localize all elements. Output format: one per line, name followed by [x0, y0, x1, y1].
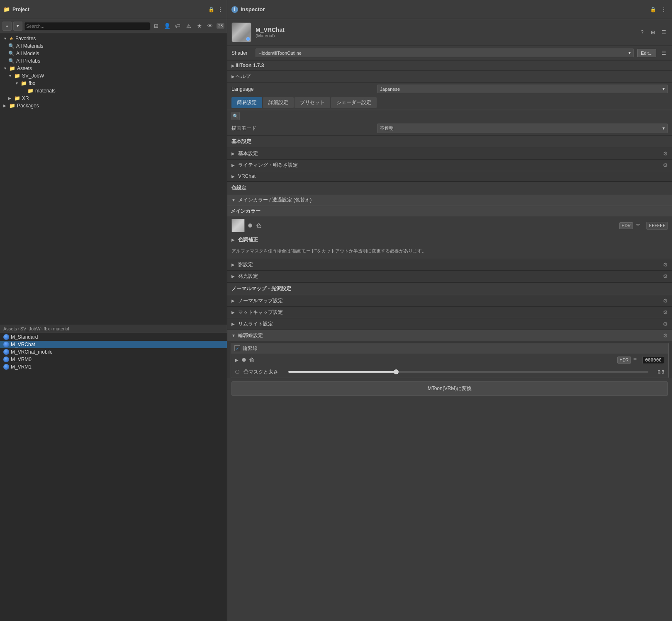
- file-m-vrchat[interactable]: M_VRChat: [0, 341, 227, 348]
- lock-icon[interactable]: 🔒: [208, 6, 214, 13]
- outline-header-row[interactable]: ▼ 輪郭線設定 ⚙: [227, 330, 672, 341]
- breadcrumb-sv-jobw[interactable]: SV_JobW: [20, 326, 41, 331]
- packages-folder-icon: 📁: [9, 103, 15, 109]
- add-dropdown-button[interactable]: ▾: [13, 22, 22, 31]
- person-icon[interactable]: 👤: [163, 22, 172, 31]
- tab-shader-settings[interactable]: シェーダー設定: [331, 97, 377, 108]
- rimlight-gear-icon[interactable]: ⚙: [663, 321, 668, 327]
- mattcap-row[interactable]: ▶ マットキャップ設定 ⚙: [227, 307, 672, 318]
- normal-map-gear-icon[interactable]: ⚙: [663, 298, 668, 304]
- file-m-vrm0[interactable]: M_VRM0: [0, 356, 227, 363]
- sv-jobw-item[interactable]: ▼ 📁 SV_JobW: [0, 72, 227, 80]
- eye-icon[interactable]: 👁: [206, 22, 215, 31]
- liltoon-header[interactable]: ▶ lilToon 1.7.3: [227, 61, 672, 71]
- basic-settings-row[interactable]: ▶ 基本設定 ⚙: [227, 148, 672, 159]
- fbx-item[interactable]: ▼ 📁 fbx: [0, 80, 227, 87]
- favorites-header[interactable]: ▼ ★ Favorites: [0, 35, 227, 42]
- edit-button[interactable]: Edit...: [637, 49, 656, 57]
- star-icon[interactable]: ★: [195, 22, 204, 31]
- lighting-gear-icon[interactable]: ⚙: [663, 162, 668, 168]
- basic-settings-gear-icon[interactable]: ⚙: [663, 150, 668, 157]
- help-row[interactable]: ▶ ヘルプ: [227, 71, 672, 82]
- materials-item[interactable]: ▶ 📁 materials: [0, 87, 227, 95]
- search-input[interactable]: [24, 22, 150, 30]
- warning-icon[interactable]: ⚠: [184, 22, 193, 31]
- file-m-vrchat-mobile[interactable]: M_VRChat_mobile: [0, 348, 227, 356]
- help-icon[interactable]: ?: [638, 28, 646, 36]
- tab-easy-settings[interactable]: 簡易設定: [231, 97, 262, 108]
- material-settings-icon[interactable]: ⊞: [649, 28, 657, 36]
- search-row: 🔍: [227, 110, 672, 122]
- packages-header[interactable]: ▶ 📁 Packages: [0, 102, 227, 109]
- xr-item[interactable]: ▶ 📁 XR: [0, 95, 227, 102]
- folder-view-icon[interactable]: ⊞: [152, 22, 161, 31]
- add-button[interactable]: +: [2, 22, 12, 31]
- rimlight-arrow: ▶: [231, 322, 236, 326]
- draw-mode-dropdown[interactable]: 不透明 ▾: [377, 124, 668, 133]
- color-settings-header: 色設定: [227, 182, 672, 194]
- inspector-more-icon[interactable]: ⋮: [660, 5, 668, 14]
- breadcrumb-assets[interactable]: Assets: [3, 326, 17, 331]
- shadow-gear-icon[interactable]: ⚙: [663, 262, 668, 268]
- more-options-icon[interactable]: ⋮: [217, 6, 224, 13]
- convert-button[interactable]: MToon(VRM)に変換: [231, 381, 668, 396]
- outline-picker-icon[interactable]: ✏: [633, 357, 640, 363]
- color-swatch[interactable]: [231, 219, 245, 232]
- mask-circle-icon: [235, 370, 239, 374]
- mattcap-gear-icon[interactable]: ⚙: [663, 309, 668, 315]
- lock-inspector-icon[interactable]: 🔒: [649, 5, 657, 14]
- breadcrumb-fbx[interactable]: fbx: [44, 326, 50, 331]
- mattcap-arrow: ▶: [231, 310, 236, 315]
- tab-preset[interactable]: プリセット: [295, 97, 330, 108]
- language-dropdown[interactable]: Japanese ▾: [377, 85, 668, 93]
- outline-gear-icon[interactable]: ⚙: [663, 332, 668, 339]
- material-header: M_VRChat (Material) ? ⊞ ☰: [227, 19, 672, 46]
- vrchat-row[interactable]: ▶ VRChat: [227, 171, 672, 181]
- main-color-header[interactable]: ▼ メインカラー / 透過設定 (色替え): [227, 194, 672, 206]
- assets-header[interactable]: ▼ 📁 Assets: [0, 65, 227, 72]
- all-materials-item[interactable]: 🔍 All Materials: [0, 42, 227, 50]
- emission-gear-icon[interactable]: ⚙: [663, 273, 668, 279]
- inspector-search-icon[interactable]: 🔍: [231, 112, 240, 120]
- file-list: M_Standard M_VRChat M_VRChat_mobile M_VR…: [0, 333, 227, 621]
- color-picker-icon[interactable]: ✏: [636, 222, 643, 229]
- xr-label: XR: [22, 95, 29, 101]
- tag-icon[interactable]: 🏷: [173, 22, 183, 31]
- inspector-header: i Inspector 🔒 ⋮: [227, 0, 672, 19]
- help-label: ヘルプ: [236, 73, 251, 80]
- material-more-icon[interactable]: ☰: [660, 28, 668, 36]
- outline-slider[interactable]: [288, 371, 648, 373]
- breadcrumb-materials[interactable]: material: [53, 326, 69, 331]
- main-color-section: ▼ メインカラー / 透過設定 (色替え) メインカラー 色: [227, 194, 672, 259]
- file-m-vrm1[interactable]: M_VRM1: [0, 363, 227, 371]
- outline-section: ▼ 輪郭線設定 ⚙ ✓ 輪郭線 ▶ 色 HDR: [227, 330, 672, 378]
- outline-slider-thumb[interactable]: [394, 369, 399, 374]
- m-vrchat-icon: [3, 342, 9, 347]
- language-label: Language: [231, 86, 374, 92]
- outline-hdr-button[interactable]: HDR: [617, 357, 631, 364]
- normal-map-row[interactable]: ▶ ノーマルマップ設定 ⚙: [227, 295, 672, 306]
- lighting-row[interactable]: ▶ ライティング・明るさ設定 ⚙: [227, 160, 672, 171]
- shader-dropdown[interactable]: Hidden/lilToonOutline ▾: [256, 49, 634, 57]
- tab-detail-settings[interactable]: 詳細設定: [263, 97, 294, 108]
- sv-jobw-arrow: ▼: [8, 74, 12, 78]
- color-hex-value[interactable]: FFFFFF: [646, 222, 668, 230]
- main-color-sub-header: メインカラー: [227, 206, 672, 216]
- shadow-section: ▶ 影設定 ⚙: [227, 259, 672, 270]
- emission-row[interactable]: ▶ 発光設定 ⚙: [227, 271, 672, 282]
- color-adjust-row[interactable]: ▶ 色調補正: [227, 235, 672, 245]
- star-favorites-icon: ★: [9, 36, 14, 41]
- draw-mode-row: 描画モード 不透明 ▾: [227, 122, 672, 135]
- outline-checkbox[interactable]: ✓: [234, 345, 240, 351]
- file-m-standard[interactable]: M_Standard: [0, 333, 227, 341]
- shader-list-icon[interactable]: ☰: [660, 49, 668, 57]
- color-adjust-label: 色調補正: [238, 236, 258, 243]
- all-prefabs-item[interactable]: 🔍 All Prefabs: [0, 57, 227, 65]
- shadow-row[interactable]: ▶ 影設定 ⚙: [227, 259, 672, 270]
- m-vrm0-label: M_VRM0: [11, 357, 32, 362]
- all-models-item[interactable]: 🔍 All Models: [0, 50, 227, 57]
- hdr-button[interactable]: HDR: [619, 222, 633, 229]
- project-panel-title: Project: [12, 7, 205, 12]
- rimlight-row[interactable]: ▶ リムライト設定 ⚙: [227, 318, 672, 330]
- outline-hex-value[interactable]: 000000: [643, 356, 664, 364]
